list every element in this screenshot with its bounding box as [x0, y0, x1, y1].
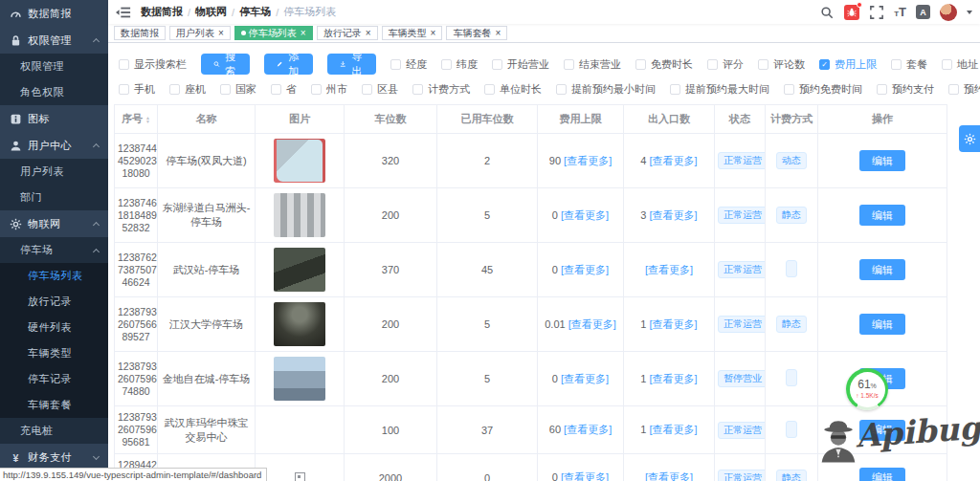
error-log-button[interactable] [844, 5, 859, 20]
view-more-link[interactable]: [查看更多] [650, 318, 698, 330]
sidebar-item-permission-manage[interactable]: 权限管理 [0, 54, 108, 79]
view-more-link[interactable]: [查看更多] [645, 264, 693, 275]
text-size-icon[interactable]: TT [894, 6, 906, 18]
sidebar-item-hardware-list[interactable]: 硬件列表 [0, 315, 108, 340]
tab-close-icon[interactable]: × [431, 29, 436, 38]
parking-photo [274, 302, 325, 346]
checkbox-box [942, 59, 952, 70]
view-more-link[interactable]: [查看更多] [561, 209, 609, 221]
tab-放行记录[interactable]: 放行记录× [317, 26, 378, 40]
sidebar-item-charging-pile[interactable]: 充电桩 [0, 418, 108, 444]
sidebar-item-vehicle-types[interactable]: 车辆类型 [0, 340, 108, 366]
add-button[interactable]: 添加 [264, 54, 313, 75]
sidebar-item-parking-list[interactable]: 停车场列表 [0, 263, 108, 289]
sidebar-item-permission[interactable]: 权限管理 [0, 27, 108, 54]
filter-checkbox-手机[interactable]: 手机 [119, 82, 155, 97]
view-more-link[interactable]: [查看更多] [650, 155, 698, 166]
tab-close-icon[interactable]: × [218, 29, 224, 38]
sidebar-item-iot[interactable]: 物联网 [0, 210, 108, 237]
sidebar-item-pass-records[interactable]: 放行记录 [0, 289, 108, 315]
fullscreen-icon[interactable] [869, 5, 884, 20]
sidebar-item-department[interactable]: 部门 [0, 185, 108, 210]
filter-checkbox-座机[interactable]: 座机 [169, 82, 206, 97]
filter-checkbox-纬度[interactable]: 纬度 [441, 57, 478, 72]
filter-checkbox-地址[interactable]: 地址 [942, 57, 978, 72]
sidebar-item-user-center[interactable]: 用户中心 [0, 132, 108, 159]
search-button[interactable]: 搜索 [201, 54, 250, 75]
tab-车辆类型[interactable]: 车辆类型× [382, 26, 443, 40]
chevron-down-icon [94, 451, 99, 463]
filter-checkbox-省[interactable]: 省 [271, 82, 297, 97]
edit-button[interactable]: 编辑 [859, 420, 905, 441]
checkbox-box [707, 59, 718, 70]
filter-checkbox-预约免费时间[interactable]: 预约免费时间 [784, 82, 862, 97]
tab-close-icon[interactable]: × [495, 29, 501, 38]
filter-checkbox-提前预约最大时间[interactable]: 提前预约最大时间 [670, 82, 769, 97]
filter-checkbox-预约超时扣费[interactable]: 预约超时扣费 [948, 82, 980, 97]
table-row: 1238793260759695681武汉库玛华中珠宝交易中心1003760 [… [115, 406, 947, 454]
view-more-link[interactable]: [查看更多] [561, 373, 609, 384]
filter-checkbox-套餐[interactable]: 套餐 [891, 57, 927, 72]
billing-badge [786, 369, 797, 386]
tab-close-icon[interactable]: × [301, 29, 306, 38]
sidebar-item-role-permission[interactable]: 角色权限 [0, 79, 108, 105]
checkbox-box [441, 59, 452, 70]
filter-checkbox-州市[interactable]: 州市 [311, 82, 347, 97]
view-more-link[interactable]: [查看更多] [568, 318, 616, 330]
filter-checkbox-单位时长[interactable]: 单位时长 [484, 82, 542, 97]
tab-数据简报[interactable]: 数据简报 [114, 26, 166, 40]
avatar-caret-icon[interactable] [967, 11, 972, 14]
filter-checkbox-提前预约最小时间[interactable]: 提前预约最小时间 [556, 82, 656, 97]
sidebar-item-user-list[interactable]: 用户列表 [0, 159, 108, 185]
filter-checkbox-计费方式[interactable]: 计费方式 [412, 82, 470, 97]
sidebar-item-icons[interactable]: 图标 [0, 105, 108, 132]
view-more-link[interactable]: [查看更多] [561, 264, 609, 275]
filter-checkbox-结束营业[interactable]: 结束营业 [564, 57, 621, 72]
filter-checkbox-区县[interactable]: 区县 [362, 82, 398, 97]
tab-停车场列表[interactable]: 停车场列表× [234, 26, 313, 40]
tab-用户列表[interactable]: 用户列表× [169, 26, 231, 40]
sidebar-collapse-icon[interactable] [116, 6, 131, 19]
view-more-link[interactable]: [查看更多] [650, 209, 698, 221]
avatar[interactable] [940, 4, 957, 21]
checkbox-box [784, 84, 794, 95]
view-more-link[interactable]: [查看更多] [650, 424, 698, 435]
filter-checkbox-评分[interactable]: 评分 [707, 57, 744, 72]
filter-checkbox-预约支付[interactable]: 预约支付 [877, 82, 934, 97]
filter-checkbox-免费时长[interactable]: 免费时长 [635, 57, 693, 72]
filter-checkbox-开始营业[interactable]: 开始营业 [492, 57, 549, 72]
sidebar-item-dashboard[interactable]: 数据简报 [0, 0, 108, 27]
upload-progress-badge: 61% ↑ 1.5K/s [846, 368, 888, 410]
view-more-link[interactable]: [查看更多] [564, 155, 612, 166]
tab-车辆套餐[interactable]: 车辆套餐× [446, 26, 507, 40]
breadcrumb-item[interactable]: 物联网 [195, 5, 227, 19]
filter-checkbox-国家[interactable]: 国家 [220, 82, 256, 97]
filter-checkbox-经度[interactable]: 经度 [390, 57, 427, 72]
view-more-link[interactable]: [查看更多] [650, 373, 698, 384]
filter-checkbox-评论数[interactable]: 评论数 [758, 57, 805, 72]
edit-button[interactable]: 编辑 [859, 205, 905, 226]
navbar-actions: TT A [819, 4, 972, 21]
show-search-toggle[interactable]: 显示搜索栏 [119, 57, 187, 72]
sidebar-item-vehicle-packages[interactable]: 车辆套餐 [0, 392, 108, 418]
view-more-link[interactable]: [查看更多] [564, 424, 612, 435]
edit-button[interactable]: 编辑 [859, 150, 905, 171]
sidebar-item-finance[interactable]: ¥财务支付 [0, 444, 108, 470]
column-header-序号[interactable]: 序号▲▼ [115, 105, 158, 134]
view-more-link[interactable]: [查看更多] [645, 471, 693, 481]
breadcrumb-item[interactable]: 数据简报 [141, 5, 183, 19]
edit-button[interactable]: 编辑 [859, 259, 905, 280]
export-button[interactable]: 导出 [327, 54, 376, 75]
filter-checkbox-费用上限[interactable]: ✓费用上限 [819, 57, 877, 72]
edit-button[interactable]: 编辑 [859, 314, 905, 335]
sidebar-item-parking-records[interactable]: 停车记录 [0, 366, 108, 392]
tab-close-icon[interactable]: × [366, 29, 371, 38]
edit-button[interactable]: 编辑 [859, 468, 905, 481]
view-more-link[interactable]: [查看更多] [561, 471, 609, 481]
sidebar-item-parking[interactable]: 停车场 [0, 237, 108, 263]
sort-icon[interactable]: ▲▼ [145, 116, 150, 123]
breadcrumb-item[interactable]: 停车场 [239, 5, 271, 19]
settings-fab-button[interactable] [959, 125, 980, 152]
language-icon[interactable]: A [916, 5, 930, 19]
search-icon[interactable] [819, 5, 835, 20]
